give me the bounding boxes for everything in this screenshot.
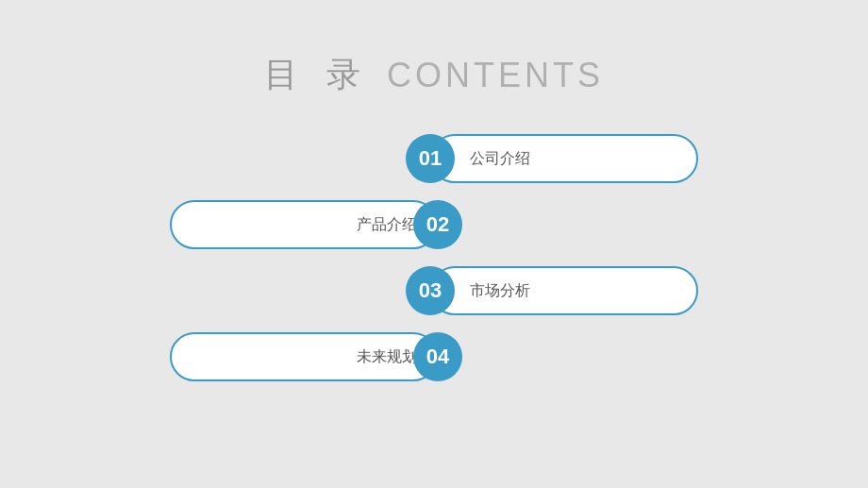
item-01-label: 公司介绍: [430, 134, 698, 183]
list-item: 产品介绍 02: [170, 200, 698, 249]
title-chinese: 目 录: [264, 52, 370, 98]
item-04-number: 04: [413, 332, 462, 381]
list-item: 未来规划 04: [170, 332, 698, 381]
item-02-number: 02: [413, 200, 462, 249]
contents-list: 01 公司介绍 产品介绍 02 03 市场分析: [170, 134, 698, 381]
item-04-label: 未来规划: [170, 332, 438, 381]
item-03-label: 市场分析: [430, 266, 698, 315]
title-area: 目 录 CONTENTS: [264, 52, 604, 98]
title-english: CONTENTS: [387, 56, 604, 95]
item-02-label: 产品介绍: [170, 200, 438, 249]
item-01-number: 01: [406, 134, 455, 183]
item-03-pill: 03 市场分析: [406, 266, 698, 315]
item-03-number: 03: [406, 266, 455, 315]
list-item: 03 市场分析: [170, 266, 698, 315]
item-04-pill: 未来规划 04: [170, 332, 462, 381]
item-02-pill: 产品介绍 02: [170, 200, 462, 249]
item-01-pill: 01 公司介绍: [406, 134, 698, 183]
list-item: 01 公司介绍: [170, 134, 698, 183]
